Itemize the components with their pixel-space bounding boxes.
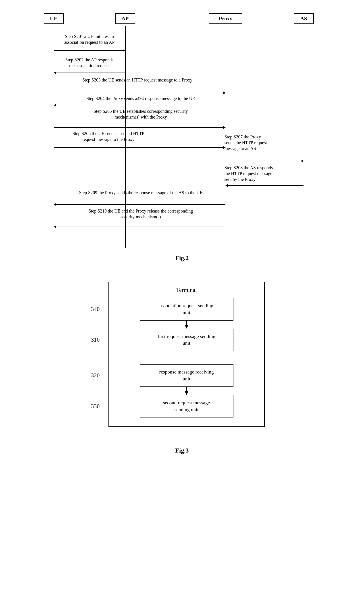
arrow-s205 (54, 127, 225, 128)
msg-s209: Step S209 the Proxy sends the response m… (53, 190, 229, 196)
msg-s201: Step S201 a UE initiates anassociation r… (53, 34, 126, 45)
actor-ue: UE (44, 13, 64, 24)
terminal-label: Terminal (118, 287, 255, 293)
arrow-s208 (226, 185, 304, 186)
arrow-s210 (54, 227, 225, 227)
arrow-s203 (54, 93, 225, 93)
arrow-down-1 (140, 321, 233, 329)
fig2-container: UE AP Proxy AS Step S201 a UE initiates … (26, 13, 338, 262)
actor-ap: AP (115, 13, 135, 24)
msg-s206: Step S206 the UE sends a second HTTPrequ… (53, 131, 164, 142)
actor-proxy: Proxy (209, 13, 242, 24)
msg-s203: Step S203 the UE sends an HTTP request m… (53, 77, 222, 83)
unit-row-340: 340 association request sendingunit (118, 298, 255, 321)
unit-row-320: 320 response message receivingunit (118, 364, 255, 387)
svg-marker-3 (185, 391, 188, 395)
unit-box-310: first request message sendingunit (140, 329, 233, 351)
svg-marker-1 (185, 325, 188, 329)
fig3-caption: Fig.3 (26, 447, 338, 454)
ref-310: 310 (91, 336, 100, 343)
arrow-s207 (226, 161, 304, 161)
arrow-s202 (54, 72, 125, 73)
unit-box-340: association request sendingunit (140, 298, 233, 321)
ref-330: 330 (91, 403, 100, 410)
arrow-down-2 (140, 387, 233, 395)
arrow-s206 (54, 147, 225, 148)
msg-s202: Step S202 the AP respondsthe association… (53, 57, 126, 69)
ref-340: 340 (91, 306, 100, 313)
arrow-s204 (54, 105, 225, 105)
unit-row-310: 310 first request message sendingunit (118, 329, 255, 351)
fig3-diagram: Terminal 340 association request sending… (82, 275, 283, 440)
terminal-box: Terminal 340 association request sending… (108, 282, 265, 427)
msg-s208: Step S208 the AS respondsthe HTTP reques… (225, 165, 307, 182)
msg-s205: Step S205 the UE establishes correspondi… (53, 108, 229, 120)
arrow-s209 (54, 204, 225, 205)
fig2-caption: Fig.2 (26, 255, 338, 262)
page: UE AP Proxy AS Step S201 a UE initiates … (0, 0, 364, 481)
ref-320: 320 (91, 372, 100, 379)
msg-s210: Step S210 the UE and the Proxy release t… (53, 208, 229, 220)
unit-row-330: 330 second request messagesending unit (118, 395, 255, 418)
msg-s204: Step S204 the Proxy sends a494 response … (53, 95, 229, 101)
msg-s207: Step S207 the Proxysends the HTTP reques… (225, 134, 307, 151)
unit-box-330: second request messagesending unit (140, 395, 233, 418)
arrow-s201 (54, 50, 125, 51)
actor-as: AS (294, 13, 314, 24)
fig3-container: Terminal 340 association request sending… (26, 275, 338, 454)
fig2-diagram: UE AP Proxy AS Step S201 a UE initiates … (37, 13, 327, 248)
unit-box-320: response message receivingunit (140, 364, 233, 387)
